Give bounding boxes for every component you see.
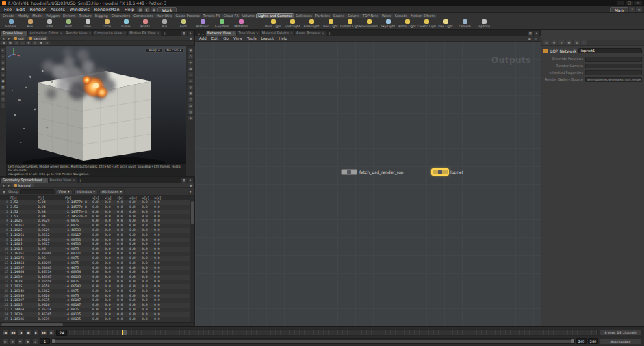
- close-tab-icon[interactable]: ×: [73, 178, 75, 183]
- tool-strip-icon[interactable]: ◈: [1, 72, 5, 77]
- viewport-toolbar-icon[interactable]: ◉: [38, 41, 44, 45]
- toolbar-icon[interactable]: ▦: [137, 7, 143, 12]
- table-row[interactable]: 13 1.14464 3.48299 -4.0075 0.0 0.0 0.0 0…: [0, 261, 194, 266]
- update-mode-button[interactable]: Auto Update: [600, 338, 642, 345]
- parameter-field[interactable]: [585, 57, 642, 62]
- shelf-tool[interactable]: Portal Light: [398, 19, 417, 28]
- transport-button[interactable]: ■: [25, 330, 31, 336]
- node-body[interactable]: [432, 169, 448, 175]
- table-row[interactable]: 19 1.16349 3.6362 -4.0075 0.0 0.0 0.0 0.…: [0, 289, 194, 294]
- display-strip-icon[interactable]: ∴: [188, 72, 193, 77]
- table-row[interactable]: 23 1.14464 3.36314 -4.0075 0.0 0.0 0.0 0…: [0, 308, 194, 312]
- close-tab-icon[interactable]: ×: [60, 31, 62, 36]
- display-strip-icon[interactable]: ≡: [188, 97, 193, 102]
- menu-item[interactable]: Edit: [14, 7, 27, 12]
- viewport-toolbar-icon[interactable]: ▸: [44, 41, 50, 45]
- playbar-mode-icon[interactable]: ↻: [2, 338, 8, 345]
- pane-tab[interactable]: Geometry Spreadsheet ×: [1, 178, 48, 183]
- shelf-tool[interactable]: Sphere: [1, 19, 21, 28]
- range-handle-left[interactable]: [52, 339, 55, 343]
- parameters-toolbar-icon[interactable]: ★: [551, 40, 557, 45]
- shelf-tool[interactable]: Distant Light: [340, 19, 359, 28]
- shelf-tool[interactable]: Font: [174, 19, 193, 28]
- network-options-icon[interactable]: ≡: [533, 36, 539, 41]
- viewport-3d-scene[interactable]: [6, 46, 186, 176]
- pane-tab[interactable]: Tree View ×: [237, 31, 260, 36]
- parameters-toolbar-icon[interactable]: ◉: [566, 40, 572, 45]
- shelf-tab[interactable]: Deform: [62, 14, 77, 18]
- network-menu-item[interactable]: Go: [221, 36, 231, 40]
- shelf-tab[interactable]: Modify: [16, 14, 31, 18]
- viewport-toolbar-icon[interactable]: ◈: [1, 41, 7, 45]
- pane-tab[interactable]: Network View ×: [206, 31, 236, 36]
- gs-dropdown[interactable]: Intrinsics ▾: [74, 189, 98, 194]
- close-tab-icon[interactable]: ×: [88, 31, 91, 36]
- parameters-toolbar-icon[interactable]: ?: [581, 40, 587, 45]
- tool-strip-icon[interactable]: ●: [1, 79, 5, 83]
- playback-range-slider[interactable]: [51, 338, 575, 344]
- shelf-tool[interactable]: Points: [136, 19, 155, 28]
- node-name-field[interactable]: lopnet1: [578, 48, 642, 53]
- network-menu-item[interactable]: Edit: [209, 36, 221, 40]
- back-icon[interactable]: ◂: [196, 31, 201, 36]
- column-header[interactable]: P[x]: [10, 196, 37, 200]
- table-row[interactable]: 16 1.1639 3.46365 -4.66135 0.0 0.0 0.0 0…: [0, 275, 194, 280]
- transport-button[interactable]: ▶: [33, 330, 39, 336]
- column-header[interactable]: w[x]: [129, 196, 141, 200]
- network-node[interactable]: lopnet: [432, 169, 463, 175]
- shelf-tool[interactable]: Camera: [455, 19, 474, 28]
- forward-icon[interactable]: ▸: [201, 31, 205, 36]
- group-input[interactable]: [20, 189, 54, 194]
- table-row[interactable]: 3 1.52 2.04 -2.14577e-8 0.0 0.0 0.0 0.0 …: [0, 214, 194, 219]
- shelf-tool[interactable]: Circle: [97, 19, 116, 28]
- column-header[interactable]: w[y]: [141, 196, 153, 200]
- pane-menu-icon[interactable]: ▾: [188, 31, 193, 36]
- shelf-tool[interactable]: Platonic: [193, 19, 212, 28]
- network-menu-item[interactable]: Layout: [259, 36, 276, 40]
- network-menu-item[interactable]: Tools: [245, 36, 259, 40]
- pane-tab[interactable]: Animation Editor ×: [28, 31, 64, 36]
- shelf-tab[interactable]: Cloud FX: [222, 14, 240, 18]
- lock-icon[interactable]: ◉: [1, 189, 7, 194]
- viewport-toolbar-icon[interactable]: ▦: [8, 41, 13, 45]
- pane-menu-icon[interactable]: ▾: [188, 178, 193, 183]
- shelf-tab[interactable]: Model: [31, 14, 44, 18]
- display-strip-icon[interactable]: ▣: [188, 91, 193, 96]
- table-row[interactable]: 0 3.52 5.04 -2.14577e-8 0.0 0.0 0.0 0.0 …: [0, 200, 194, 205]
- playbar-mode-icon[interactable]: ↔: [17, 338, 23, 345]
- pane-menu-icon[interactable]: ▾: [534, 31, 539, 36]
- tool-strip-icon[interactable]: ▦: [1, 85, 5, 90]
- table-row[interactable]: 11 1.16361 3.86968 -4.00771 0.0 0.0 0.0 …: [0, 252, 194, 256]
- table-row[interactable]: 25 1.18306 3.9639 -4.00135 0.0 0.0 0.0 0…: [0, 317, 194, 322]
- display-strip-icon[interactable]: ◇: [188, 54, 193, 59]
- timeline-ruler[interactable]: [68, 329, 598, 336]
- pane-tab[interactable]: Render View ×: [64, 31, 92, 36]
- shelf-tab[interactable]: Rigging: [94, 14, 110, 18]
- pane-layout-icon[interactable]: ▦: [528, 31, 533, 36]
- maximize-button[interactable]: □: [626, 1, 633, 5]
- toolbar-icon[interactable]: ◧: [144, 7, 150, 12]
- range-handle-right[interactable]: [571, 339, 574, 343]
- table-row[interactable]: 8 1.1025 3.9629 -4.00553 0.0 0.0 0.0 0.0…: [0, 238, 194, 243]
- menu-item[interactable]: Assets: [49, 7, 67, 12]
- new-tab-button[interactable]: +: [162, 31, 168, 36]
- table-row[interactable]: 1 3.52 2.04 -2.14577e-8 0.0 0.0 0.0 0.0 …: [0, 205, 194, 210]
- tool-strip-icon[interactable]: ↺: [1, 60, 5, 65]
- gs-dropdown[interactable]: Attributes ▾: [99, 189, 125, 194]
- menu-item[interactable]: File: [2, 7, 14, 12]
- shelf-tool[interactable]: Curve: [116, 19, 136, 28]
- shelf-tool[interactable]: Caustic Light: [417, 19, 436, 28]
- shelf-tab[interactable]: Wires: [381, 14, 393, 18]
- transport-button[interactable]: ▶▶: [40, 330, 47, 336]
- table-row[interactable]: 21 1.18397 3.0635 -4.66147 0.0 0.0 0.0 0…: [0, 298, 194, 303]
- playbar-mode-icon[interactable]: ≡: [25, 338, 31, 345]
- table-row[interactable]: 12 1.16271 3.06 -4.0075 0.0 0.0 0.0 0.0 …: [0, 256, 194, 261]
- parameter-field[interactable]: [585, 70, 642, 75]
- column-header[interactable]: v[x]: [92, 196, 104, 200]
- table-row[interactable]: 17 1.1639 3.36558 -4.0075 0.0 0.0 0.0 0.…: [0, 280, 194, 284]
- display-strip-icon[interactable]: ▦: [188, 66, 193, 71]
- shelf-tool[interactable]: Sky Light: [378, 19, 398, 28]
- shelf-tab[interactable]: Hair Utils: [155, 14, 174, 18]
- global-end-field[interactable]: 240: [588, 338, 598, 344]
- shelf-tab[interactable]: Terrain FX: [202, 14, 222, 18]
